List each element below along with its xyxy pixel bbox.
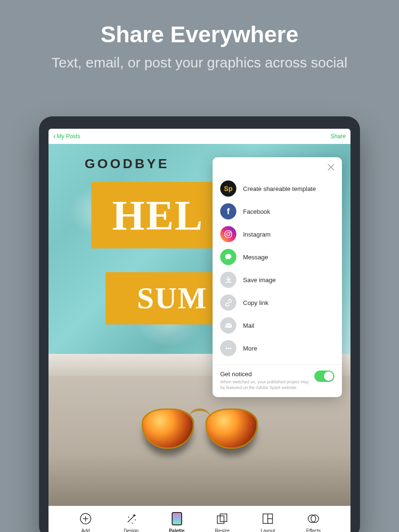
svg-rect-0 — [225, 231, 232, 238]
tool-resize[interactable]: Resize — [206, 512, 238, 532]
share-option-save[interactable]: Save image — [220, 268, 334, 291]
tool-design[interactable]: Design — [116, 512, 147, 532]
hello-text: HEL — [91, 182, 224, 248]
download-icon — [220, 272, 236, 288]
share-label: Save image — [243, 276, 276, 284]
share-button[interactable]: Share — [331, 133, 346, 140]
tablet-frame: ‹ My Posts Share GOODBYE HEL SUM — [39, 116, 360, 532]
share-option-more[interactable]: More — [220, 337, 334, 360]
facebook-icon: f — [220, 203, 236, 219]
tool-label: Design — [124, 528, 138, 532]
back-button[interactable]: ‹ My Posts — [53, 132, 80, 141]
share-label: Message — [243, 254, 268, 261]
effects-icon — [306, 512, 321, 526]
more-icon — [220, 340, 236, 356]
tool-label: Effects — [306, 528, 321, 532]
tool-label: Palette — [169, 528, 185, 532]
svg-rect-9 — [220, 514, 227, 522]
divider — [213, 364, 342, 365]
svg-point-5 — [227, 347, 229, 349]
layout-icon — [261, 512, 275, 526]
svg-point-6 — [230, 347, 231, 349]
share-label: Mail — [243, 322, 254, 329]
chevron-left-icon: ‹ — [53, 132, 56, 141]
instagram-icon — [220, 226, 236, 242]
svg-point-2 — [230, 232, 231, 233]
tool-add[interactable]: Add — [70, 512, 101, 532]
close-button[interactable] — [327, 163, 335, 173]
share-label: Copy link — [243, 299, 268, 306]
tool-label: Add — [81, 528, 90, 532]
promo-subtitle: Text, email, or post your graphics acros… — [10, 53, 389, 72]
magic-icon — [124, 512, 138, 526]
tool-palette[interactable]: Palette — [161, 512, 193, 532]
message-icon — [220, 249, 236, 265]
tool-effects[interactable]: Effects — [298, 512, 329, 532]
share-label: Facebook — [243, 208, 270, 215]
get-noticed-toggle[interactable] — [314, 370, 334, 382]
promo-header: Share Everywhere Text, email, or post yo… — [0, 0, 399, 81]
svg-point-1 — [227, 233, 230, 236]
mail-icon — [220, 317, 236, 333]
share-option-instagram[interactable]: Instagram — [220, 223, 334, 246]
promo-title: Share Everywhere — [10, 21, 389, 48]
app-header: ‹ My Posts Share — [49, 129, 350, 144]
share-label: Create shareable template — [243, 185, 316, 192]
tool-label: Resize — [215, 528, 230, 532]
svg-point-4 — [225, 347, 227, 349]
share-label: More — [243, 345, 257, 352]
spark-icon: Sp — [220, 180, 236, 197]
link-icon — [220, 294, 236, 311]
bottom-toolbar: Add Design Palette Resize — [49, 506, 350, 532]
share-option-copy-link[interactable]: Copy link — [220, 291, 334, 314]
get-noticed-title: Get noticed — [220, 370, 310, 378]
plus-circle-icon — [78, 512, 93, 526]
share-label: Instagram — [243, 231, 271, 238]
get-noticed-description: When switched on, your published project… — [220, 380, 310, 390]
share-option-template[interactable]: Sp Create shareable template — [220, 177, 334, 200]
palette-icon — [170, 512, 184, 526]
svg-rect-8 — [217, 516, 224, 523]
share-option-message[interactable]: Message — [220, 246, 334, 268]
get-noticed-section: Get noticed When switched on, your publi… — [220, 370, 334, 390]
share-popover: Sp Create shareable template f Facebook … — [213, 157, 342, 397]
sunglasses-graphic — [138, 405, 262, 455]
share-option-facebook[interactable]: f Facebook — [220, 200, 334, 223]
back-label: My Posts — [57, 133, 80, 140]
tool-label: Layout — [261, 528, 275, 532]
tool-layout[interactable]: Layout — [252, 512, 283, 532]
share-list: Sp Create shareable template f Facebook … — [220, 177, 334, 360]
tablet-screen: ‹ My Posts Share GOODBYE HEL SUM — [49, 129, 350, 532]
goodbye-text: GOODBYE — [85, 156, 169, 171]
share-option-mail[interactable]: Mail — [220, 314, 334, 337]
resize-icon — [215, 512, 229, 526]
